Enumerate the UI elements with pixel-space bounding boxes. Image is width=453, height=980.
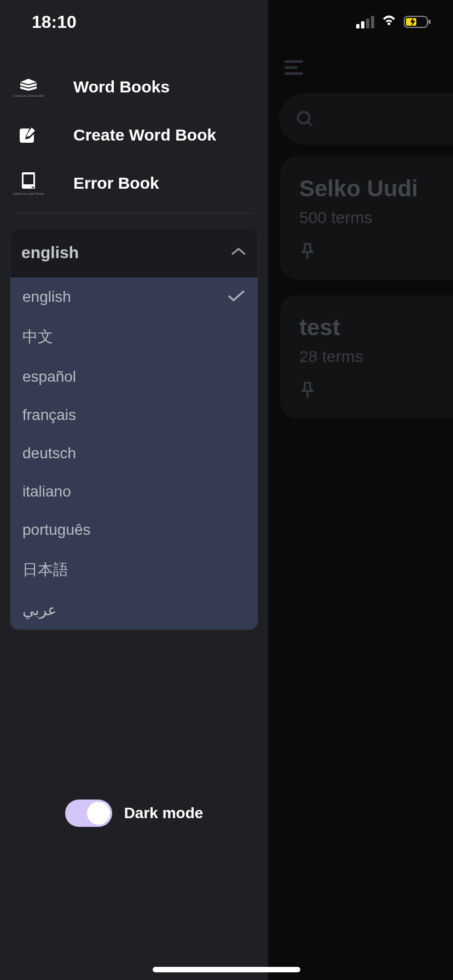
- dark-mode-toggle[interactable]: [65, 800, 112, 827]
- language-option-label: italiano: [22, 483, 71, 500]
- language-option-label: عربي: [22, 601, 57, 619]
- language-selector: english english 中文 español: [10, 228, 258, 630]
- word-book-card[interactable]: test 28 terms: [280, 295, 453, 418]
- language-option[interactable]: português: [10, 511, 258, 549]
- language-selector-header[interactable]: english: [10, 228, 258, 277]
- pin-icon[interactable]: [299, 242, 434, 264]
- books-icon: Created by Creative Stall: [16, 75, 40, 99]
- svg-rect-9: [24, 174, 33, 184]
- language-option-label: 中文: [22, 326, 53, 347]
- nav-label: Error Book: [73, 174, 159, 192]
- language-option[interactable]: deutsch: [10, 434, 258, 472]
- selected-language: english: [21, 243, 79, 262]
- toggle-knob: [87, 802, 110, 825]
- navigation-drawer: Created by Creative Stall Word Books Cre…: [0, 0, 268, 980]
- cellular-signal-icon: [356, 16, 374, 28]
- language-option[interactable]: italiano: [10, 472, 258, 511]
- nav-item-error-book[interactable]: Created by Logan Prukop Error Book: [0, 159, 268, 207]
- divider: [15, 213, 253, 213]
- battery-charging-icon: [404, 15, 431, 28]
- search-icon: [295, 109, 315, 129]
- menu-toggle-icon[interactable]: [284, 60, 305, 78]
- card-subtitle: 28 terms: [299, 347, 434, 366]
- wifi-icon: [381, 14, 397, 30]
- nav-item-word-books[interactable]: Created by Creative Stall Word Books: [0, 63, 268, 111]
- status-time: 18:10: [32, 12, 77, 32]
- check-icon: [227, 289, 246, 305]
- search-bar[interactable]: [279, 93, 453, 145]
- nav-label: Create Word Book: [73, 126, 216, 144]
- language-option[interactable]: español: [10, 358, 258, 396]
- language-option-label: deutsch: [22, 445, 76, 462]
- language-option[interactable]: 日本語: [10, 549, 258, 591]
- language-option[interactable]: english: [10, 278, 258, 316]
- nav-item-create-word-book[interactable]: Create Word Book: [0, 111, 268, 159]
- home-indicator[interactable]: [153, 967, 300, 972]
- word-book-card[interactable]: Selko Uudi 500 terms: [280, 156, 453, 279]
- chevron-up-icon: [230, 247, 247, 259]
- language-option-label: 日本語: [22, 559, 68, 580]
- card-title: test: [299, 314, 434, 341]
- edit-icon: [16, 123, 40, 147]
- status-icons: [356, 14, 431, 30]
- pin-icon[interactable]: [299, 381, 434, 403]
- svg-rect-12: [428, 20, 431, 24]
- status-bar: 18:10: [0, 0, 453, 44]
- language-option-label: english: [22, 288, 71, 306]
- card-title: Selko Uudi: [299, 176, 434, 202]
- svg-rect-0: [284, 60, 303, 63]
- card-subtitle: 500 terms: [299, 208, 434, 227]
- svg-point-3: [298, 112, 310, 123]
- nav-label: Word Books: [73, 78, 170, 96]
- error-book-icon: Created by Logan Prukop: [16, 171, 40, 195]
- language-option-label: español: [22, 368, 76, 386]
- language-option-label: português: [22, 521, 91, 539]
- svg-line-4: [308, 121, 312, 126]
- main-content-dimmed: Selko Uudi 500 terms test 28 terms: [268, 0, 453, 980]
- dark-mode-row: Dark mode: [0, 800, 268, 827]
- language-option[interactable]: français: [10, 396, 258, 434]
- dark-mode-label: Dark mode: [124, 804, 204, 822]
- language-dropdown: english 中文 español français deutsch i: [10, 277, 258, 629]
- language-option[interactable]: 中文: [10, 316, 258, 358]
- svg-rect-1: [284, 66, 298, 69]
- language-option-label: français: [22, 406, 76, 424]
- svg-rect-2: [284, 72, 303, 75]
- language-option[interactable]: عربي: [10, 591, 258, 629]
